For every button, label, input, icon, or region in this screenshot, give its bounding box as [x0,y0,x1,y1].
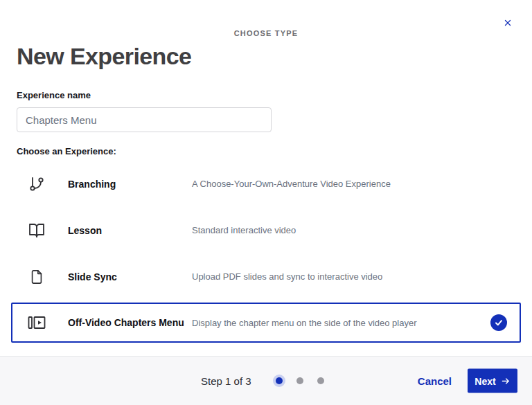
step-dot-1 [276,377,283,384]
check-icon [495,318,503,327]
file-icon [28,268,46,286]
step-dots [276,377,324,384]
step-dot-2 [296,377,303,384]
option-description: Standard interactive video [192,225,296,235]
book-open-icon [28,222,46,240]
step-dot-3 [317,377,324,384]
option-label: Branching [68,179,192,190]
cancel-button[interactable]: Cancel [418,375,452,387]
close-button[interactable] [502,17,514,29]
close-icon [504,19,512,27]
option-branching[interactable]: Branching A Choose-Your-Own-Adventure Vi… [0,161,532,207]
option-label: Off-Video Chapters Menu [68,317,192,328]
chapters-sidebar-icon [28,314,46,332]
git-branch-icon [28,175,46,193]
page-title: New Experience [17,44,515,69]
option-label: Slide Sync [68,271,192,282]
option-description: Display the chapter menu on the side of … [192,318,416,328]
experience-options-list: Branching A Choose-Your-Own-Adventure Vi… [0,161,532,343]
choose-experience-label: Choose an Experience: [17,146,515,156]
selected-check-badge [490,314,507,331]
option-off-video-chapters-menu[interactable]: Off-Video Chapters Menu Display the chap… [11,303,521,343]
step-indicator-text: Step 1 of 3 [201,375,251,387]
experience-name-label: Experience name [17,90,515,100]
modal-eyebrow: CHOOSE TYPE [0,0,532,37]
next-button-label: Next [475,375,495,386]
option-label: Lesson [68,225,192,236]
modal-footer: Step 1 of 3 Cancel Next [0,356,532,405]
new-experience-modal: CHOOSE TYPE New Experience Experience na… [0,0,532,405]
option-description: A Choose-Your-Own-Adventure Video Experi… [192,179,391,189]
next-button[interactable]: Next [468,369,517,393]
option-slide-sync[interactable]: Slide Sync Upload PDF slides and sync to… [0,253,532,300]
option-description: Upload PDF slides and sync to interactiv… [192,271,382,282]
option-lesson[interactable]: Lesson Standard interactive video [0,207,532,253]
form-area: Experience name Choose an Experience: [0,90,532,156]
arrow-right-icon [501,376,511,386]
experience-name-input[interactable] [17,107,272,132]
